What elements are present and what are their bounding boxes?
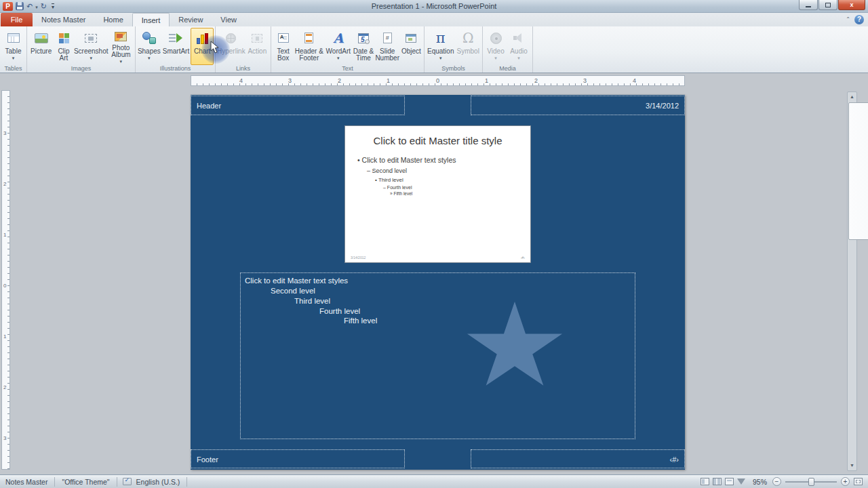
shapes-button[interactable]: Shapes▾ <box>137 28 161 65</box>
tab-view[interactable]: View <box>212 13 245 26</box>
quick-access-toolbar: P ↶ ▾ ↻ ▾ <box>0 0 54 12</box>
wordart-button[interactable]: A WordArt▾ <box>324 28 352 65</box>
notes-body-placeholder[interactable]: Click to edit Master text styles Second … <box>240 272 635 439</box>
status-view-name[interactable]: Notes Master <box>4 478 49 486</box>
thumbnail-bullet-1: • Click to edit Master text styles <box>357 156 530 164</box>
date-time-icon: 5 <box>358 33 369 43</box>
undo-icon[interactable]: ↶ <box>26 2 33 10</box>
close-button[interactable]: x <box>838 0 865 10</box>
horizontal-ruler[interactable]: 4 3 2 1 0 1 2 3 4 <box>191 75 685 86</box>
title-bar: P ↶ ▾ ↻ ▾ Presentation 1 - Microsoft Pow… <box>0 0 868 13</box>
picture-icon <box>35 33 48 43</box>
footer-placeholder[interactable]: Footer <box>191 449 405 468</box>
slide-sorter-view-icon[interactable] <box>713 478 722 485</box>
thumbnail-date: 3/14/2012 <box>351 256 366 260</box>
thumbnail-bullet-4: – Fourth level <box>383 185 530 190</box>
clip-art-button[interactable]: Clip Art <box>54 28 73 65</box>
star-shape[interactable] <box>465 302 564 394</box>
header-footer-icon <box>304 33 313 43</box>
status-language[interactable]: English (U.S.) <box>135 478 182 486</box>
thumbnail-bullet-2: – Second level <box>367 167 530 174</box>
minimize-ribbon-icon[interactable]: ⌃ <box>846 16 850 22</box>
ribbon: Table▾ Tables Picture Clip Art Screensho… <box>0 26 868 73</box>
equation-button[interactable]: π Equation▾ <box>426 28 455 65</box>
thumbnail-bullet-3: • Third level <box>375 177 530 183</box>
tab-insert[interactable]: Insert <box>132 13 170 26</box>
shapes-icon <box>142 32 156 44</box>
slide-show-view-icon[interactable] <box>737 479 745 485</box>
wordart-icon: A <box>333 32 343 45</box>
editing-area: 4 3 2 1 0 1 2 3 4 3 2 1 0 1 2 3 Header 3… <box>0 73 868 474</box>
window-title: Presentation 1 - Microsoft PowerPoint <box>0 2 868 10</box>
zoom-percentage[interactable]: 95% <box>753 478 767 486</box>
ribbon-group-text: Text Box Header & Footer A WordArt▾ 5 Da… <box>271 26 425 73</box>
vertical-scrollbar[interactable]: ▲ ▼ <box>847 92 857 471</box>
ribbon-group-media: Video▾ Audio▾ Media <box>483 26 533 73</box>
text-box-button[interactable]: Text Box <box>273 28 294 65</box>
zoom-in-button[interactable]: + <box>841 477 850 486</box>
status-theme-name[interactable]: "Office Theme" <box>60 478 111 486</box>
table-button[interactable]: Table▾ <box>1 28 25 65</box>
reading-view-icon[interactable] <box>725 478 734 485</box>
ribbon-tab-row: File Notes Master Home Insert Review Vie… <box>0 13 868 26</box>
notes-line-3: Third level <box>294 297 330 305</box>
tab-review[interactable]: Review <box>170 13 212 26</box>
symbol-button: Ω Symbol <box>455 28 481 65</box>
undo-dropdown-icon[interactable]: ▾ <box>35 3 38 10</box>
qat-customize-icon[interactable]: ▾ <box>52 3 54 9</box>
zoom-slider-thumb[interactable] <box>808 478 814 486</box>
ribbon-group-symbols: π Equation▾ Ω Symbol Symbols <box>425 26 483 73</box>
photo-album-button[interactable]: Photo Album▾ <box>108 28 134 65</box>
clip-art-icon <box>59 33 69 43</box>
fit-to-window-icon[interactable] <box>854 478 863 485</box>
zoom-out-button[interactable]: − <box>772 477 781 486</box>
spellcheck-icon[interactable] <box>123 478 132 485</box>
smartart-button[interactable]: SmartArt <box>161 28 191 65</box>
date-time-button[interactable]: 5 Date & Time <box>352 28 374 65</box>
video-button: Video▾ <box>484 28 507 65</box>
notes-line-5: Fifth level <box>344 317 377 325</box>
photo-album-icon <box>115 32 127 41</box>
table-icon <box>7 33 20 43</box>
status-bar: Notes Master "Office Theme" English (U.S… <box>0 474 868 488</box>
text-box-icon <box>278 33 289 43</box>
audio-button: Audio▾ <box>507 28 530 65</box>
maximize-button[interactable] <box>818 0 837 10</box>
tab-notes-master[interactable]: Notes Master <box>33 13 94 26</box>
notes-line-4: Fourth level <box>319 307 360 315</box>
normal-view-icon[interactable] <box>701 478 709 485</box>
ribbon-group-images: Picture Clip Art Screenshot▾ Photo Album… <box>27 26 136 73</box>
tab-file[interactable]: File <box>1 13 33 26</box>
equation-icon: π <box>436 31 446 45</box>
zoom-slider-track[interactable] <box>785 481 837 483</box>
save-icon[interactable] <box>16 2 24 10</box>
picture-button[interactable]: Picture <box>28 28 54 65</box>
action-icon <box>252 34 262 43</box>
object-button[interactable]: Object <box>400 28 422 65</box>
scroll-down-icon[interactable]: ▼ <box>848 461 856 470</box>
scroll-up-icon[interactable]: ▲ <box>848 92 856 102</box>
screenshot-icon <box>85 34 97 43</box>
header-footer-button[interactable]: Header & Footer <box>294 28 324 65</box>
slide-number-placeholder[interactable]: ‹#› <box>471 449 685 468</box>
notes-line-2: Second level <box>271 287 315 295</box>
scrollbar-thumb[interactable] <box>848 102 868 240</box>
header-placeholder[interactable]: Header <box>191 96 405 115</box>
ribbon-group-tables: Table▾ Tables <box>0 26 27 73</box>
smartart-icon <box>169 33 182 43</box>
symbol-icon: Ω <box>462 31 474 45</box>
vertical-ruler[interactable]: 3 2 1 0 1 2 3 <box>1 90 10 470</box>
action-button: Action <box>245 28 269 65</box>
slide-image-placeholder[interactable]: Click to edit Master title style • Click… <box>344 125 531 263</box>
screenshot-button[interactable]: Screenshot▾ <box>74 28 108 65</box>
tab-home[interactable]: Home <box>94 13 132 26</box>
video-icon <box>490 33 502 44</box>
redo-icon[interactable]: ↻ <box>41 2 47 10</box>
slide-number-button[interactable]: # Slide Number <box>375 28 400 65</box>
powerpoint-app-icon[interactable]: P <box>3 2 13 11</box>
help-button[interactable]: ? <box>854 15 864 24</box>
mouse-cursor <box>210 41 220 54</box>
minimize-button[interactable] <box>799 0 818 10</box>
notes-master-page[interactable]: Header 3/14/2012 Click to edit Master ti… <box>191 95 685 470</box>
date-placeholder[interactable]: 3/14/2012 <box>471 96 685 115</box>
